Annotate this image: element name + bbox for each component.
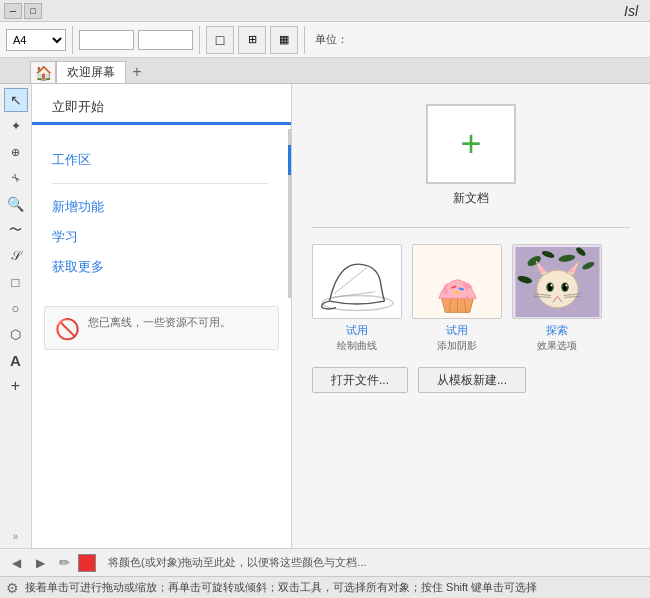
hint-text: 接着单击可进行拖动或缩放；再单击可旋转或倾斜；双击工具，可选择所有对象；按住 S…: [25, 580, 537, 595]
template-label-cat: 探索: [546, 323, 568, 338]
template-label-hat: 试用: [346, 323, 368, 338]
minimize-btn[interactable]: ─: [4, 3, 22, 19]
second-toolbar: A4 □ ⊞ ▦ 单位：: [0, 22, 650, 58]
content-area: 立即开始 工作区 新增功能 学习 获取更多 🚫 您已离线，一些资源不可用。 + …: [32, 84, 650, 548]
templates-row: 试用 绘制曲线: [312, 244, 630, 353]
nav-workspace[interactable]: 工作区: [52, 145, 291, 175]
template-label-cupcake: 试用: [446, 323, 468, 338]
right-content: + 新文档: [292, 84, 650, 548]
bottom-hint-bar: ⚙ 接着单击可进行拖动或缩放；再单击可旋转或倾斜；双击工具，可选择所有对象；按住…: [0, 576, 650, 598]
app-logo-text: Isl: [624, 3, 638, 19]
nav-new-features[interactable]: 新增功能: [52, 192, 268, 222]
from-template-btn[interactable]: 从模板新建...: [418, 367, 526, 393]
offline-notice: 🚫 您已离线，一些资源不可用。: [44, 306, 279, 350]
cat-svg: [515, 247, 600, 317]
tab-home-btn[interactable]: 🏠: [30, 61, 56, 83]
tool-pen[interactable]: 𝒮: [4, 244, 28, 268]
tab-bar: 🏠 欢迎屏幕 +: [0, 58, 650, 84]
tool-crop[interactable]: ✂: [0, 161, 32, 195]
toolbar-sep-3: [304, 26, 305, 54]
tool-text[interactable]: A: [4, 348, 28, 372]
bottom-status-bar: ◀ ▶ ✏ 将颜色(或对象)拖动至此处，以便将这些颜色与文档...: [0, 548, 650, 576]
template-thumb-cupcake: [412, 244, 502, 319]
template-sublabel-hat: 绘制曲线: [337, 339, 377, 353]
pencil-btn[interactable]: ✏: [54, 553, 74, 573]
tool-rect[interactable]: □: [4, 270, 28, 294]
height-input[interactable]: [138, 30, 193, 50]
tool-select[interactable]: ↖: [4, 88, 28, 112]
status-text: 将颜色(或对象)拖动至此处，以便将这些颜色与文档...: [100, 555, 644, 570]
new-doc-button[interactable]: +: [426, 104, 516, 184]
tool-freehand[interactable]: 〜: [4, 218, 28, 242]
tool-polygon[interactable]: ⬡: [4, 322, 28, 346]
prev-btn[interactable]: ◀: [6, 553, 26, 573]
svg-point-28: [565, 284, 567, 286]
toolbar-sep-1: [72, 26, 73, 54]
shape-btn-2[interactable]: ⊞: [238, 26, 266, 54]
nav-learn[interactable]: 学习: [52, 222, 268, 252]
template-item-hat[interactable]: 试用 绘制曲线: [312, 244, 402, 353]
toolbar-sep-2: [199, 26, 200, 54]
template-item-cupcake[interactable]: 试用 添加阴影: [412, 244, 502, 353]
restore-btn[interactable]: □: [24, 3, 42, 19]
left-toolbar: ↖ ✦ ⊕ ✂ 🔍 〜 𝒮 □ ○ ⬡ A + »: [0, 84, 32, 548]
tool-add[interactable]: +: [4, 374, 28, 398]
svg-point-18: [536, 270, 577, 307]
top-toolbar: ─ □ Isl: [0, 0, 650, 22]
color-box[interactable]: [78, 554, 96, 572]
template-thumb-cat: [512, 244, 602, 319]
welcome-nav: 工作区 新增功能 学习 获取更多: [32, 129, 291, 298]
width-input[interactable]: [79, 30, 134, 50]
template-thumb-hat: [312, 244, 402, 319]
next-btn[interactable]: ▶: [30, 553, 50, 573]
tool-node[interactable]: ✦: [4, 114, 28, 138]
template-sublabel-cupcake: 添加阴影: [437, 339, 477, 353]
template-item-cat[interactable]: 探索 效果选项: [512, 244, 602, 353]
nav-get-more[interactable]: 获取更多: [52, 252, 268, 282]
offline-icon: 🚫: [55, 317, 80, 341]
gear-icon: ⚙: [6, 580, 19, 596]
tab-welcome-label: 欢迎屏幕: [67, 64, 115, 81]
main-area: ↖ ✦ ⊕ ✂ 🔍 〜 𝒮 □ ○ ⬡ A + » 立即开始 工作区 新增功能 …: [0, 84, 650, 548]
tab-welcome[interactable]: 欢迎屏幕: [56, 61, 126, 83]
offline-text: 您已离线，一些资源不可用。: [88, 315, 231, 330]
action-buttons: 打开文件... 从模板新建...: [312, 367, 630, 393]
shape-btn-1[interactable]: □: [206, 26, 234, 54]
section-divider: [312, 227, 630, 228]
cupcake-svg: [415, 247, 500, 317]
new-doc-label: 新文档: [453, 190, 489, 207]
nav-divider-1: [52, 183, 268, 184]
welcome-panel: 立即开始 工作区 新增功能 学习 获取更多 🚫 您已离线，一些资源不可用。: [32, 84, 292, 548]
tool-ellipse[interactable]: ○: [4, 296, 28, 320]
open-file-btn[interactable]: 打开文件...: [312, 367, 408, 393]
template-sublabel-cat: 效果选项: [537, 339, 577, 353]
shape-btn-3[interactable]: ▦: [270, 26, 298, 54]
tool-zoom[interactable]: 🔍: [4, 192, 28, 216]
unit-label: 单位：: [315, 32, 348, 47]
new-doc-area: + 新文档: [312, 104, 630, 207]
new-doc-plus-icon: +: [460, 126, 481, 162]
svg-point-27: [550, 284, 552, 286]
page-size-select[interactable]: A4: [6, 29, 66, 51]
hat-svg: [315, 247, 400, 317]
tab-add-btn[interactable]: +: [126, 61, 148, 83]
tool-expand[interactable]: »: [4, 524, 28, 548]
welcome-title: 立即开始: [32, 84, 291, 125]
